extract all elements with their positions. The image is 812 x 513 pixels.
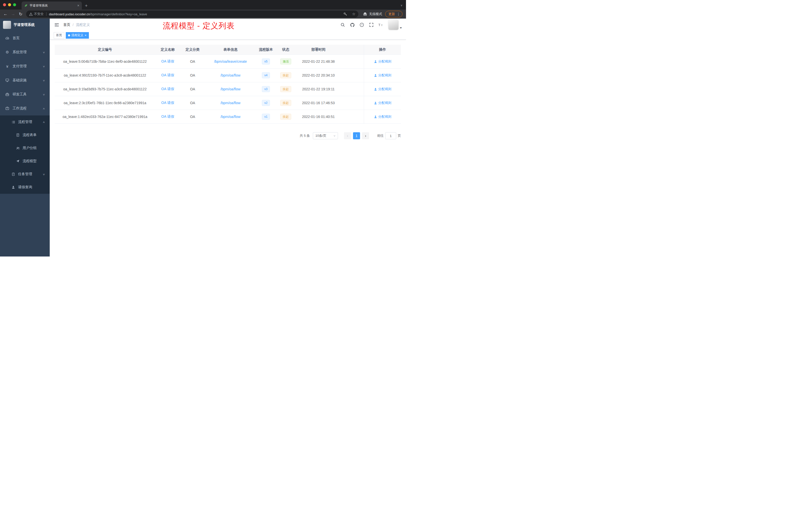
close-window-button[interactable] xyxy=(3,3,6,6)
tag-process-definition[interactable]: 流程定义 × xyxy=(66,32,89,39)
sidebar-item-task-management[interactable]: 任务管理 ∨ xyxy=(0,168,50,181)
tag-close-icon[interactable]: × xyxy=(85,34,87,37)
breadcrumb-home[interactable]: 首页 xyxy=(63,23,70,27)
incognito-icon xyxy=(363,12,367,16)
sidebar-item-label: 流程管理 xyxy=(18,120,32,124)
chevron-down-icon: ∨ xyxy=(42,79,45,82)
sidebar-item-home[interactable]: 首页 xyxy=(0,31,50,45)
person-icon xyxy=(11,185,16,189)
status-badge: 激活 xyxy=(280,58,291,64)
table-row: oa_leave:4:991f2193-7b7f-11ec-a3c8-acde4… xyxy=(55,68,401,82)
back-icon[interactable]: ← xyxy=(2,10,9,18)
assign-rule-button[interactable]: 分配规则 xyxy=(374,101,392,105)
font-size-icon[interactable]: TT xyxy=(378,22,383,27)
goto-unit-label: 页 xyxy=(398,133,401,138)
breadcrumb: 首页 / 流程定义 xyxy=(63,23,90,27)
tab-search-chevron-icon[interactable]: ∨ xyxy=(401,4,403,7)
github-icon[interactable] xyxy=(350,22,355,27)
version-badge: v3 xyxy=(262,86,270,92)
deployed-time: 2022-01-16 01:40:51 xyxy=(296,110,341,123)
sidebar-item-user-group[interactable]: 用户分组 xyxy=(0,142,50,155)
assign-rule-button[interactable]: 分配规则 xyxy=(374,73,392,78)
sidebar-item-process-model[interactable]: 流程模型 xyxy=(0,155,50,168)
svg-text:?: ? xyxy=(361,23,362,26)
sidebar-item-leave-query[interactable]: 请假查询 xyxy=(0,181,50,194)
list-icon xyxy=(11,120,16,124)
deployed-time: 2022-01-22 19:19:11 xyxy=(296,82,341,96)
page-content: 定义编号 定义名称 定义分类 表单信息 流程版本 状态 部署时间 操作 oa_l… xyxy=(50,40,406,256)
search-icon[interactable] xyxy=(340,22,345,27)
form-icon xyxy=(16,133,20,137)
version-badge: v5 xyxy=(262,58,270,64)
prev-page-button[interactable]: ‹ xyxy=(344,132,351,139)
assign-rule-button[interactable]: 分配规则 xyxy=(374,115,392,119)
definition-name-link[interactable]: OA 请假 xyxy=(161,59,174,64)
goto-page-input[interactable] xyxy=(385,132,396,139)
user-menu[interactable]: ▼ xyxy=(388,20,402,30)
bookmark-star-icon[interactable]: ☆ xyxy=(350,11,357,17)
page-number-button[interactable]: 1 xyxy=(353,132,360,139)
column-header: 流程版本 xyxy=(256,45,276,55)
form-link[interactable]: /bpm/oa/flow xyxy=(221,87,240,91)
address-bar[interactable]: 不安全 dashboard.yudao.iocoder.cn/bpm/manag… xyxy=(26,10,358,18)
row-filler xyxy=(341,110,364,123)
sidebar-item-process-form[interactable]: 流程表单 xyxy=(0,128,50,142)
assign-rule-button[interactable]: 分配规则 xyxy=(374,59,392,64)
table-row: oa_leave:5:004b710b-7b8a-11ec-8ef0-acde4… xyxy=(55,55,401,68)
tab-title: 芋道管理系统 xyxy=(30,3,75,8)
tab-close-icon[interactable]: × xyxy=(77,3,79,7)
caret-down-icon[interactable]: ▼ xyxy=(399,27,403,30)
browser-toolbar: ← → ↻ 不安全 dashboard.yudao.iocoder.cn/bpm… xyxy=(0,9,406,19)
url-text: dashboard.yudao.iocoder.cn/bpm/manager/d… xyxy=(49,12,340,16)
page-size-select[interactable]: 10条/页 ∨ xyxy=(313,132,338,139)
sidebar-item-label: 支付管理 xyxy=(12,64,27,68)
form-link[interactable]: /bpm/oa/flow xyxy=(221,73,240,77)
reload-icon[interactable]: ↻ xyxy=(17,10,24,18)
definition-name-link[interactable]: OA 请假 xyxy=(161,115,174,119)
fullscreen-icon[interactable] xyxy=(369,22,374,27)
minimize-window-button[interactable] xyxy=(8,3,11,6)
tag-home[interactable]: 首页 xyxy=(54,32,64,39)
password-key-icon[interactable] xyxy=(342,11,349,17)
sidebar-item-infrastructure[interactable]: 基础设施 ∨ xyxy=(0,73,50,87)
definition-name-link[interactable]: OA 请假 xyxy=(161,73,174,78)
sidebar-item-payment[interactable]: ¥ 支付管理 ∨ xyxy=(0,59,50,73)
definition-category: OA xyxy=(180,96,205,110)
new-tab-button[interactable]: + xyxy=(85,3,88,8)
form-link[interactable]: /bpm/oa/leave/create xyxy=(214,59,247,63)
zoom-window-button[interactable] xyxy=(13,3,16,6)
chevron-down-icon: ∨ xyxy=(334,134,336,137)
definition-id: oa_leave:1:482ec033-762a-11ec-8477-a2380… xyxy=(55,110,155,123)
form-link[interactable]: /bpm/oa/flow xyxy=(221,115,240,119)
sidebar-item-devtools[interactable]: 研发工具 ∨ xyxy=(0,87,50,101)
security-chip[interactable]: 不安全 xyxy=(29,12,44,16)
forward-icon[interactable]: → xyxy=(9,10,17,18)
workflow-icon xyxy=(5,107,9,111)
sidebar-item-label: 工作流程 xyxy=(12,106,27,111)
page-size-value: 10条/页 xyxy=(315,133,326,138)
yen-icon: ¥ xyxy=(5,64,9,68)
row-filler xyxy=(341,55,364,68)
collapse-sidebar-icon[interactable] xyxy=(54,22,60,28)
infrastructure-icon xyxy=(5,78,9,82)
tags-view: 首页 流程定义 × xyxy=(50,31,406,40)
url-path: /bpm/manager/definition?key=oa_leave xyxy=(90,12,147,16)
sidebar-logo[interactable]: 芋道管理系统 xyxy=(0,19,50,31)
browser-update-button[interactable]: 更新 ⋮ xyxy=(385,11,403,17)
browser-menu-kebab-icon[interactable]: ⋮ xyxy=(397,12,400,16)
avatar[interactable] xyxy=(388,20,399,30)
definition-name-link[interactable]: OA 请假 xyxy=(161,101,174,105)
sidebar-item-system[interactable]: ⚙ 系统管理 ∨ xyxy=(0,45,50,59)
assign-rule-button[interactable]: 分配规则 xyxy=(374,87,392,91)
sidebar-item-label: 研发工具 xyxy=(12,92,27,97)
sidebar-item-workflow[interactable]: 工作流程 ∧ xyxy=(0,101,50,116)
help-icon[interactable]: ? xyxy=(359,22,364,27)
browser-tab[interactable]: 芋道管理系统 × xyxy=(22,1,82,9)
sidebar: 芋道管理系统 首页 ⚙ 系统管理 ∨ ¥ 支付管理 ∨ xyxy=(0,19,50,256)
next-page-button[interactable]: › xyxy=(362,132,369,139)
form-link[interactable]: /bpm/oa/flow xyxy=(221,101,240,105)
sidebar-item-process-management[interactable]: 流程管理 ∧ xyxy=(0,116,50,128)
task-icon xyxy=(11,173,16,176)
dashboard-icon xyxy=(5,36,9,40)
definition-name-link[interactable]: OA 请假 xyxy=(161,87,174,91)
